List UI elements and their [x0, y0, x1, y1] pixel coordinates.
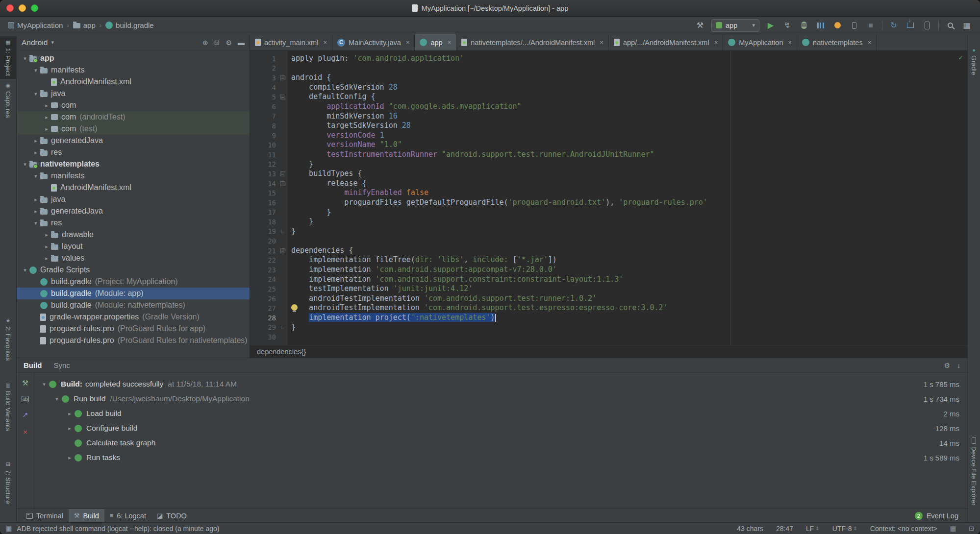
- toolwindow-switcher-icon[interactable]: ▦: [6, 525, 12, 532]
- close-icon[interactable]: ×: [23, 428, 27, 436]
- stripe-button-2-favorites[interactable]: ★2: Favorites: [0, 317, 16, 361]
- chevron-collapsed-icon[interactable]: ▸: [31, 138, 40, 144]
- chevron-collapsed-icon[interactable]: ▸: [65, 455, 75, 461]
- code-line[interactable]: android {: [287, 73, 967, 83]
- run-config-select[interactable]: app▾: [711, 19, 759, 32]
- code-line[interactable]: implementation 'com.android.support.cons…: [287, 275, 967, 285]
- locate-file-icon[interactable]: ⊕: [202, 39, 208, 47]
- gutter-fold-cell[interactable]: −: [278, 73, 287, 83]
- chevron-expanded-icon[interactable]: ▾: [52, 396, 62, 402]
- close-tab-icon[interactable]: ×: [868, 39, 872, 46]
- toolwindow-button-6-logcat[interactable]: ≡6: Logcat: [104, 509, 151, 522]
- caret-position[interactable]: 28:47: [776, 525, 793, 533]
- build-row[interactable]: Calculate task graph14 ms: [34, 436, 967, 450]
- code-line[interactable]: }: [287, 227, 967, 237]
- line-separator-widget[interactable]: LF⇕: [806, 525, 820, 533]
- code-line[interactable]: proguardFiles getDefaultProguardFile('pr…: [287, 198, 967, 208]
- export-build-report-icon[interactable]: ↗: [22, 411, 28, 419]
- apply-changes-icon[interactable]: ↯: [782, 20, 793, 31]
- gutter-fold-cell[interactable]: [278, 227, 287, 237]
- layout-inspector-icon[interactable]: ▦: [961, 20, 972, 31]
- avd-manager-icon[interactable]: [922, 20, 932, 31]
- tree-row[interactable]: ▸res: [17, 146, 250, 158]
- code-line[interactable]: [287, 64, 967, 73]
- fold-collapse-icon[interactable]: −: [280, 181, 285, 186]
- tree-row[interactable]: ▾app: [17, 52, 250, 64]
- chevron-collapsed-icon[interactable]: ▸: [31, 208, 40, 215]
- close-window-button[interactable]: [6, 4, 14, 12]
- tree-row[interactable]: ▸com(test): [17, 123, 250, 135]
- code-line[interactable]: [287, 236, 967, 246]
- project-view-selector[interactable]: Android: [22, 38, 48, 47]
- close-tab-icon[interactable]: ×: [323, 39, 327, 46]
- clipboard-icon[interactable]: ▤: [950, 525, 956, 532]
- editor-tab-nativetemplates[interactable]: nativetemplates×: [797, 34, 877, 50]
- breadcrumb-item[interactable]: app: [73, 21, 96, 29]
- chevron-expanded-icon[interactable]: ▾: [21, 161, 29, 168]
- editor-tab-app-androidmanifest-xml[interactable]: app/.../AndroidManifest.xml×: [609, 34, 723, 50]
- chevron-collapsed-icon[interactable]: ▸: [42, 114, 51, 121]
- tree-row[interactable]: ▾java: [17, 88, 250, 99]
- tree-row[interactable]: ▾res: [17, 217, 250, 229]
- event-log-button[interactable]: 2 Event Log: [915, 512, 963, 520]
- breadcrumb-item[interactable]: MyApplication: [8, 21, 63, 29]
- chevron-collapsed-icon[interactable]: ▸: [42, 126, 51, 132]
- code-line[interactable]: targetSdkVersion 28: [287, 121, 967, 131]
- tree-row[interactable]: ▸com: [17, 99, 250, 111]
- stripe-button-1-project[interactable]: ▦1: Project: [0, 36, 16, 79]
- gutter-fold-cell[interactable]: −: [278, 92, 287, 102]
- code-line[interactable]: buildTypes {: [287, 169, 967, 179]
- chevron-collapsed-icon[interactable]: ▸: [65, 425, 75, 432]
- build-tab-build[interactable]: Build: [24, 361, 42, 369]
- tree-row[interactable]: ▸layout: [17, 241, 250, 252]
- build-row[interactable]: ▸Configure build128 ms: [34, 421, 967, 436]
- tree-row[interactable]: ▸values: [17, 252, 250, 264]
- chevron-expanded-icon[interactable]: ▾: [21, 267, 29, 273]
- tree-row[interactable]: ▸com(androidTest): [17, 111, 250, 123]
- chevron-expanded-icon[interactable]: ▾: [21, 55, 29, 62]
- intention-bulb-icon[interactable]: [291, 304, 298, 312]
- close-tab-icon[interactable]: ×: [448, 39, 452, 46]
- build-tab-sync[interactable]: Sync: [54, 361, 70, 369]
- inspection-ok-icon[interactable]: ✓: [959, 53, 963, 61]
- zoom-window-button[interactable]: [31, 4, 38, 12]
- toolwindow-button-todo[interactable]: ◪TODO: [151, 509, 192, 522]
- editor-tab-app[interactable]: app×: [415, 34, 456, 50]
- encoding-widget[interactable]: UTF-8⇕: [832, 525, 857, 533]
- minimize-window-button[interactable]: [19, 4, 26, 12]
- debug-icon[interactable]: [799, 20, 809, 31]
- tree-row[interactable]: proguard-rules.pro(ProGuard Rules for ap…: [17, 323, 250, 335]
- collapse-all-icon[interactable]: ⊟: [214, 39, 220, 47]
- tree-row[interactable]: ▸generatedJava: [17, 205, 250, 217]
- tree-row[interactable]: AndroidManifest.xml: [17, 76, 250, 88]
- stripe-button-7-structure[interactable]: ⊞7: Structure: [0, 461, 16, 504]
- code-line[interactable]: compileSdkVersion 28: [287, 83, 967, 93]
- editor-tab-mainactivity-java[interactable]: MainActivity.java×: [332, 34, 415, 50]
- gutter-fold-cell[interactable]: −: [278, 246, 287, 256]
- stripe-button-gradle[interactable]: ●Gradle: [968, 47, 980, 75]
- code-line[interactable]: testImplementation 'junit:junit:4.12': [287, 284, 967, 294]
- code-line[interactable]: }: [287, 323, 967, 333]
- gutter-fold-cell[interactable]: −: [278, 179, 287, 189]
- chevron-collapsed-icon[interactable]: ▸: [42, 255, 51, 262]
- code-line[interactable]: }: [287, 208, 967, 218]
- code-line[interactable]: implementation project(':nativetemplates…: [287, 313, 967, 323]
- tree-row[interactable]: ▾Gradle Scripts: [17, 264, 250, 276]
- code-line[interactable]: testInstrumentationRunner "android.suppo…: [287, 150, 967, 160]
- fold-collapse-icon[interactable]: −: [280, 248, 285, 253]
- profiler-icon[interactable]: [815, 20, 826, 31]
- tree-row[interactable]: build.gradle(Module: app): [17, 288, 250, 299]
- toolwindow-button-terminal[interactable]: Terminal: [21, 509, 69, 522]
- sync-gradle-icon[interactable]: ↻: [888, 20, 899, 31]
- gutter-fold-cell[interactable]: −: [278, 169, 287, 179]
- chevron-expanded-icon[interactable]: ▾: [31, 91, 40, 97]
- settings-gear-icon[interactable]: ⚙: [944, 362, 950, 369]
- tree-row[interactable]: ▸java: [17, 194, 250, 205]
- tree-row[interactable]: ▸generatedJava: [17, 135, 250, 146]
- close-tab-icon[interactable]: ×: [714, 39, 718, 46]
- build-row[interactable]: ▸Run tasks1 s 589 ms: [34, 450, 967, 465]
- code-line[interactable]: versionName "1.0": [287, 140, 967, 150]
- code-line[interactable]: implementation 'com.android.support:appc…: [287, 265, 967, 275]
- code-line[interactable]: minifyEnabled false: [287, 188, 967, 198]
- build-row[interactable]: ▸Load build2 ms: [34, 406, 967, 421]
